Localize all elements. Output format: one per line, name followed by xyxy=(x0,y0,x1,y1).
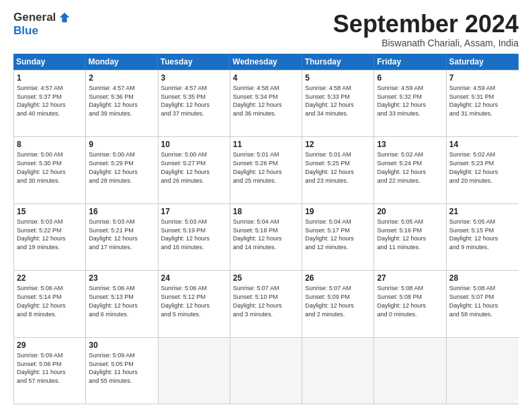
day-number: 13 xyxy=(377,139,443,150)
cell-21: 21 Sunrise: 5:05 AMSunset: 5:15 PMDaylig… xyxy=(447,204,519,270)
day-number: 22 xyxy=(17,273,83,283)
day-number: 23 xyxy=(89,273,154,283)
calendar-header: Sunday Monday Tuesday Wednesday Thursday… xyxy=(13,54,519,70)
day-number: 27 xyxy=(377,273,443,283)
cell-info: Sunrise: 5:00 AMSunset: 5:27 PMDaylight:… xyxy=(161,151,210,183)
header-sunday: Sunday xyxy=(13,54,85,70)
day-number: 11 xyxy=(233,139,299,150)
day-number: 14 xyxy=(449,139,516,150)
cell-empty-5 xyxy=(447,338,519,404)
day-number: 25 xyxy=(233,273,299,283)
cell-4: 4 Sunrise: 4:58 AMSunset: 5:34 PMDayligh… xyxy=(230,71,302,136)
cell-17: 17 Sunrise: 5:03 AMSunset: 5:19 PMDaylig… xyxy=(159,204,230,270)
cell-info: Sunrise: 4:57 AMSunset: 5:36 PMDaylight:… xyxy=(89,85,138,117)
cell-22: 22 Sunrise: 5:06 AMSunset: 5:14 PMDaylig… xyxy=(14,271,86,336)
day-number: 8 xyxy=(17,139,83,150)
cell-15: 15 Sunrise: 5:03 AMSunset: 5:22 PMDaylig… xyxy=(14,204,86,270)
title-block: September 2024 Biswanath Chariali, Assam… xyxy=(333,11,519,48)
cell-29: 29 Sunrise: 5:09 AMSunset: 5:06 PMDaylig… xyxy=(14,338,86,404)
day-number: 15 xyxy=(17,206,83,217)
cell-info: Sunrise: 5:07 AMSunset: 5:10 PMDaylight:… xyxy=(233,285,282,317)
cell-info: Sunrise: 5:08 AMSunset: 5:07 PMDaylight:… xyxy=(449,285,498,317)
day-number: 1 xyxy=(17,73,83,83)
cell-30: 30 Sunrise: 5:09 AMSunset: 5:05 PMDaylig… xyxy=(86,338,158,404)
cell-info: Sunrise: 4:59 AMSunset: 5:32 PMDaylight:… xyxy=(377,85,426,117)
cell-6: 6 Sunrise: 4:59 AMSunset: 5:32 PMDayligh… xyxy=(374,71,446,136)
cell-info: Sunrise: 5:04 AMSunset: 5:17 PMDaylight:… xyxy=(305,218,354,250)
month-title: September 2024 xyxy=(333,11,519,38)
day-number: 20 xyxy=(377,206,443,217)
day-number: 26 xyxy=(305,273,371,283)
cell-3: 3 Sunrise: 4:57 AMSunset: 5:35 PMDayligh… xyxy=(159,71,230,136)
cell-18: 18 Sunrise: 5:04 AMSunset: 5:18 PMDaylig… xyxy=(230,204,302,270)
day-number: 30 xyxy=(89,340,154,351)
day-number: 3 xyxy=(161,73,227,83)
cell-info: Sunrise: 5:06 AMSunset: 5:12 PMDaylight:… xyxy=(161,285,210,317)
day-number: 16 xyxy=(89,206,154,217)
cell-13: 13 Sunrise: 5:02 AMSunset: 5:24 PMDaylig… xyxy=(374,137,446,203)
day-number: 21 xyxy=(449,206,516,217)
day-number: 28 xyxy=(449,273,516,283)
cell-empty-4 xyxy=(374,338,446,404)
week-row-2: 8 Sunrise: 5:00 AMSunset: 5:30 PMDayligh… xyxy=(14,136,519,203)
day-number: 12 xyxy=(305,139,371,150)
cell-info: Sunrise: 5:06 AMSunset: 5:14 PMDaylight:… xyxy=(17,285,66,317)
header-monday: Monday xyxy=(85,54,157,70)
logo-icon xyxy=(58,11,71,24)
cell-20: 20 Sunrise: 5:05 AMSunset: 5:16 PMDaylig… xyxy=(374,204,446,270)
day-number: 29 xyxy=(17,340,83,351)
page: General Blue September 2024 Biswanath Ch… xyxy=(0,0,532,411)
svg-marker-0 xyxy=(60,13,69,22)
cell-27: 27 Sunrise: 5:08 AMSunset: 5:08 PMDaylig… xyxy=(374,271,446,336)
header-thursday: Thursday xyxy=(302,54,374,70)
subtitle: Biswanath Chariali, Assam, India xyxy=(333,38,519,48)
cell-info: Sunrise: 5:09 AMSunset: 5:05 PMDaylight:… xyxy=(89,352,138,384)
logo-general: General xyxy=(13,11,56,24)
day-number: 10 xyxy=(161,139,227,150)
cell-info: Sunrise: 5:03 AMSunset: 5:21 PMDaylight:… xyxy=(89,218,138,250)
cell-info: Sunrise: 5:02 AMSunset: 5:23 PMDaylight:… xyxy=(449,151,498,183)
cell-5: 5 Sunrise: 4:58 AMSunset: 5:33 PMDayligh… xyxy=(302,71,374,136)
cell-info: Sunrise: 4:57 AMSunset: 5:35 PMDaylight:… xyxy=(161,85,210,117)
day-number: 9 xyxy=(89,139,154,150)
cell-info: Sunrise: 4:58 AMSunset: 5:33 PMDaylight:… xyxy=(305,85,354,117)
header-saturday: Saturday xyxy=(447,54,519,70)
cell-2: 2 Sunrise: 4:57 AMSunset: 5:36 PMDayligh… xyxy=(86,71,158,136)
cell-info: Sunrise: 5:00 AMSunset: 5:30 PMDaylight:… xyxy=(17,151,66,183)
day-number: 5 xyxy=(305,73,371,83)
cell-info: Sunrise: 5:05 AMSunset: 5:15 PMDaylight:… xyxy=(449,218,498,250)
cell-1: 1 Sunrise: 4:57 AMSunset: 5:37 PMDayligh… xyxy=(14,71,86,136)
cell-info: Sunrise: 5:09 AMSunset: 5:06 PMDaylight:… xyxy=(17,352,66,384)
cell-12: 12 Sunrise: 5:01 AMSunset: 5:25 PMDaylig… xyxy=(302,137,374,203)
day-number: 4 xyxy=(233,73,299,83)
day-number: 17 xyxy=(161,206,227,217)
cell-info: Sunrise: 4:58 AMSunset: 5:34 PMDaylight:… xyxy=(233,85,282,117)
cell-info: Sunrise: 5:01 AMSunset: 5:25 PMDaylight:… xyxy=(305,151,354,183)
day-number: 7 xyxy=(449,73,516,83)
logo: General Blue xyxy=(13,11,71,38)
cell-info: Sunrise: 5:02 AMSunset: 5:24 PMDaylight:… xyxy=(377,151,426,183)
cell-empty-3 xyxy=(302,338,374,404)
cell-info: Sunrise: 5:07 AMSunset: 5:09 PMDaylight:… xyxy=(305,285,354,317)
week-row-5: 29 Sunrise: 5:09 AMSunset: 5:06 PMDaylig… xyxy=(14,337,519,404)
cell-info: Sunrise: 5:04 AMSunset: 5:18 PMDaylight:… xyxy=(233,218,282,250)
day-number: 19 xyxy=(305,206,371,217)
cell-23: 23 Sunrise: 5:06 AMSunset: 5:13 PMDaylig… xyxy=(86,271,158,336)
week-row-1: 1 Sunrise: 4:57 AMSunset: 5:37 PMDayligh… xyxy=(14,70,519,136)
header-wednesday: Wednesday xyxy=(230,54,302,70)
cell-info: Sunrise: 4:59 AMSunset: 5:31 PMDaylight:… xyxy=(449,85,498,117)
cell-info: Sunrise: 5:03 AMSunset: 5:22 PMDaylight:… xyxy=(17,218,66,250)
cell-8: 8 Sunrise: 5:00 AMSunset: 5:30 PMDayligh… xyxy=(14,137,86,203)
cell-25: 25 Sunrise: 5:07 AMSunset: 5:10 PMDaylig… xyxy=(230,271,302,336)
cell-10: 10 Sunrise: 5:00 AMSunset: 5:27 PMDaylig… xyxy=(159,137,230,203)
week-row-3: 15 Sunrise: 5:03 AMSunset: 5:22 PMDaylig… xyxy=(14,203,519,270)
cell-info: Sunrise: 4:57 AMSunset: 5:37 PMDaylight:… xyxy=(17,85,66,117)
cell-16: 16 Sunrise: 5:03 AMSunset: 5:21 PMDaylig… xyxy=(86,204,158,270)
cell-info: Sunrise: 5:08 AMSunset: 5:08 PMDaylight:… xyxy=(377,285,426,317)
cell-11: 11 Sunrise: 5:01 AMSunset: 5:26 PMDaylig… xyxy=(230,137,302,203)
week-row-4: 22 Sunrise: 5:06 AMSunset: 5:14 PMDaylig… xyxy=(14,270,519,336)
calendar-body: 1 Sunrise: 4:57 AMSunset: 5:37 PMDayligh… xyxy=(13,70,519,404)
header-tuesday: Tuesday xyxy=(158,54,230,70)
cell-info: Sunrise: 5:06 AMSunset: 5:13 PMDaylight:… xyxy=(89,285,138,317)
calendar: Sunday Monday Tuesday Wednesday Thursday… xyxy=(13,54,519,404)
